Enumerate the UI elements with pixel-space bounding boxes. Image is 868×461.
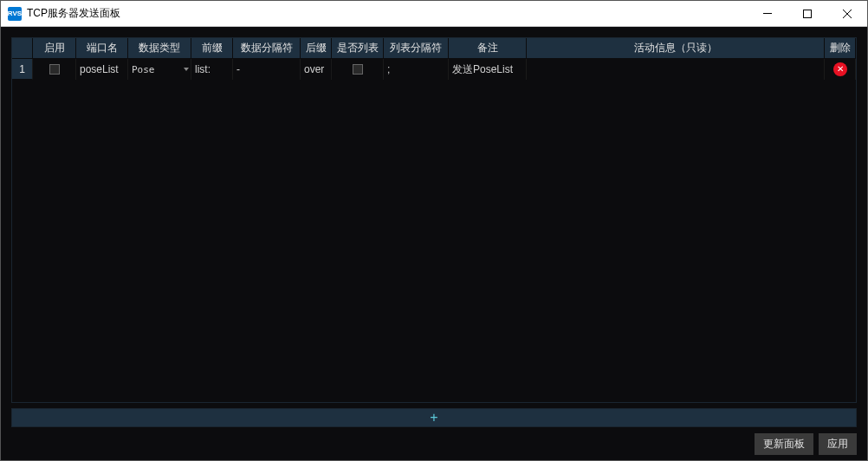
svg-rect-0 <box>763 13 772 14</box>
content-area: 启用 端口名 数据类型 前缀 数据分隔符 后缀 是否列表 列表分隔符 备注 活动… <box>1 27 867 432</box>
datatype-value: Pose <box>132 64 155 75</box>
islist-checkbox[interactable] <box>353 64 363 75</box>
cell-portname[interactable]: poseList <box>76 59 128 80</box>
app-window: RVS TCP服务器发送面板 启用 端口名 数据类型 前缀 数据分隔符 <box>0 0 868 461</box>
window-title: TCP服务器发送面板 <box>27 6 120 21</box>
table-row: 1 poseList Pose list: - over ; <box>12 59 856 80</box>
close-button[interactable] <box>827 1 867 27</box>
header-rownum <box>12 38 33 59</box>
footer: 更新面板 应用 <box>1 432 867 460</box>
update-panel-button[interactable]: 更新面板 <box>755 433 813 455</box>
header-listsep[interactable]: 列表分隔符 <box>384 38 449 59</box>
chevron-down-icon <box>184 68 189 71</box>
cell-islist[interactable] <box>332 59 384 80</box>
header-portname[interactable]: 端口名 <box>76 38 128 59</box>
app-icon: RVS <box>8 7 22 21</box>
header-delete: 删除 <box>825 38 856 59</box>
delete-button[interactable]: ✕ <box>833 62 847 76</box>
maximize-button[interactable] <box>787 1 827 27</box>
header-prefix[interactable]: 前缀 <box>191 38 233 59</box>
cell-rownum: 1 <box>12 59 33 80</box>
cell-datatype[interactable]: Pose <box>128 59 191 80</box>
minimize-button[interactable] <box>748 1 787 27</box>
apply-button[interactable]: 应用 <box>819 433 857 455</box>
header-datatype[interactable]: 数据类型 <box>128 38 191 59</box>
close-icon <box>843 10 852 18</box>
cell-delete: ✕ <box>825 59 856 80</box>
titlebar: RVS TCP服务器发送面板 <box>1 1 867 27</box>
table-body: 1 poseList Pose list: - over ; <box>12 59 856 402</box>
svg-rect-1 <box>804 10 812 17</box>
maximize-icon <box>803 10 812 18</box>
header-activity: 活动信息（只读） <box>527 38 825 59</box>
table-container: 启用 端口名 数据类型 前缀 数据分隔符 后缀 是否列表 列表分隔符 备注 活动… <box>11 37 857 403</box>
plus-icon: + <box>430 410 437 425</box>
cell-activity <box>527 59 825 80</box>
cell-suffix[interactable]: over <box>301 59 332 80</box>
titlebar-left: RVS TCP服务器发送面板 <box>1 6 120 21</box>
header-islist[interactable]: 是否列表 <box>332 38 384 59</box>
enable-checkbox[interactable] <box>49 64 60 75</box>
cell-remark[interactable]: 发送PoseList <box>449 59 527 80</box>
cell-datasep[interactable]: - <box>233 59 301 80</box>
header-enable[interactable]: 启用 <box>33 38 76 59</box>
add-row-button[interactable]: + <box>11 408 857 427</box>
cell-listsep[interactable]: ; <box>384 59 449 80</box>
header-remark[interactable]: 备注 <box>449 38 527 59</box>
delete-x-icon: ✕ <box>837 65 844 74</box>
table-header: 启用 端口名 数据类型 前缀 数据分隔符 后缀 是否列表 列表分隔符 备注 活动… <box>12 38 856 59</box>
header-datasep[interactable]: 数据分隔符 <box>233 38 301 59</box>
header-suffix[interactable]: 后缀 <box>301 38 332 59</box>
cell-enable[interactable] <box>33 59 76 80</box>
window-controls <box>748 1 867 27</box>
cell-prefix[interactable]: list: <box>191 59 233 80</box>
minimize-icon <box>763 13 772 14</box>
